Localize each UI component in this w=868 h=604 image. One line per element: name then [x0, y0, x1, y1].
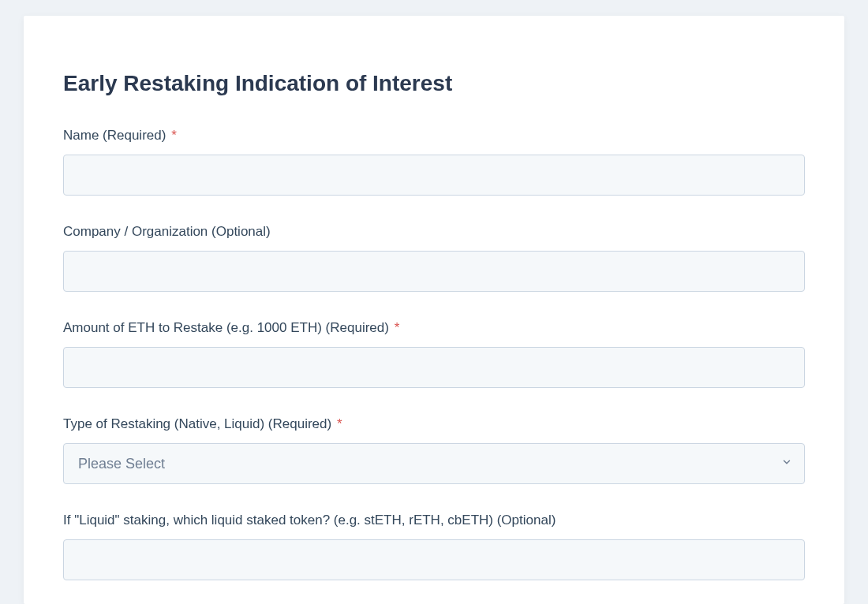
restaking-type-select-wrap: Please Select	[63, 443, 805, 484]
field-restaking-type: Type of Restaking (Native, Liquid) (Requ…	[63, 416, 805, 484]
amount-input[interactable]	[63, 347, 805, 388]
name-label: Name (Required) *	[63, 128, 805, 144]
amount-label-text: Amount of ETH to Restake (e.g. 1000 ETH)…	[63, 320, 389, 335]
restaking-type-select[interactable]: Please Select	[63, 443, 805, 484]
form-title: Early Restaking Indication of Interest	[63, 71, 805, 96]
name-label-text: Name (Required)	[63, 128, 166, 143]
restaking-type-label: Type of Restaking (Native, Liquid) (Requ…	[63, 416, 805, 432]
name-input[interactable]	[63, 155, 805, 196]
field-company: Company / Organization (Optional)	[63, 224, 805, 292]
liquid-token-input[interactable]	[63, 539, 805, 580]
company-label: Company / Organization (Optional)	[63, 224, 805, 240]
field-name: Name (Required) *	[63, 128, 805, 196]
restaking-type-label-text: Type of Restaking (Native, Liquid) (Requ…	[63, 416, 331, 431]
field-liquid-token: If "Liquid" staking, which liquid staked…	[63, 513, 805, 580]
amount-label: Amount of ETH to Restake (e.g. 1000 ETH)…	[63, 320, 805, 336]
required-star: *	[337, 416, 342, 431]
form-card: Early Restaking Indication of Interest N…	[24, 16, 844, 604]
company-input[interactable]	[63, 251, 805, 292]
field-amount: Amount of ETH to Restake (e.g. 1000 ETH)…	[63, 320, 805, 388]
required-star: *	[171, 128, 177, 143]
liquid-token-label: If "Liquid" staking, which liquid staked…	[63, 513, 805, 528]
required-star: *	[395, 320, 400, 335]
